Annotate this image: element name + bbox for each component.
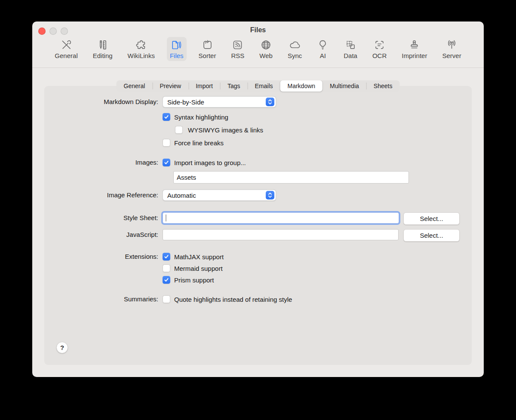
tab-general[interactable]: General — [117, 80, 153, 92]
cloud-icon — [289, 39, 301, 51]
checkbox-mermaid-support[interactable]: Mermaid support — [163, 264, 223, 273]
toolbar-item-ai[interactable]: AI — [314, 37, 332, 61]
globe-icon — [260, 39, 272, 51]
window-title: Files — [32, 26, 484, 34]
toolbar-item-label: Data — [344, 52, 357, 59]
toolbar-item-label: OCR — [372, 52, 387, 59]
toolbar-item-label: RSS — [231, 52, 244, 59]
checkbox-label: Prism support — [174, 276, 214, 284]
style-sheet-select-button[interactable]: Select... — [403, 212, 460, 225]
toolbar-item-general[interactable]: General — [52, 37, 80, 61]
popup-value: Side-by-Side — [167, 98, 204, 106]
checkbox-wysiwyg-images[interactable]: WYSIWYG images & links — [175, 126, 263, 134]
checkbox-quote-highlights[interactable]: Quote highlights instead of retaining st… — [163, 295, 292, 304]
tab-multimedia[interactable]: Multimedia — [322, 80, 366, 92]
stamp-icon — [408, 39, 420, 51]
tab-markdown[interactable]: Markdown — [280, 80, 323, 92]
toolbar-item-files[interactable]: Files — [167, 37, 187, 61]
extensions-label: Extensions: — [32, 253, 158, 261]
toolbar-item-sorter[interactable]: Sorter — [196, 37, 219, 61]
checkbox-label: WYSIWYG images & links — [188, 126, 263, 134]
toolbar-item-server[interactable]: Server — [439, 37, 464, 61]
checkbox-label: Quote highlights instead of retaining st… — [174, 295, 292, 304]
toolbar-item-sync[interactable]: Sync — [285, 37, 305, 61]
checkbox-checked-icon — [163, 276, 170, 284]
markdown-display-label: Markdown Display: — [32, 98, 158, 106]
image-reference-label: Image Reference: — [32, 191, 158, 199]
tab-tags[interactable]: Tags — [220, 80, 248, 92]
help-button[interactable]: ? — [56, 342, 68, 353]
tab-bar: General Preview Import Tags Emails Markd… — [117, 80, 400, 92]
toolbar-item-label: Sync — [288, 52, 302, 59]
style-sheet-field[interactable] — [163, 212, 399, 224]
checkbox-prism-support[interactable]: Prism support — [163, 276, 214, 284]
checkbox-checked-icon — [163, 253, 170, 261]
pen-ruler-icon — [97, 39, 108, 51]
toolbar-item-editing[interactable]: Editing — [90, 37, 116, 61]
lightbulb-icon — [317, 39, 329, 51]
toolbar-item-label: Editing — [93, 52, 113, 59]
checkbox-unchecked-icon — [163, 295, 170, 303]
style-sheet-label: Style Sheet: — [32, 214, 158, 222]
toolbar-separator — [32, 67, 484, 68]
grid-icon — [345, 39, 356, 51]
checkbox-unchecked-icon — [163, 264, 170, 272]
toolbar-item-label: Sorter — [199, 52, 216, 59]
checkbox-mathjax-support[interactable]: MathJAX support — [163, 253, 224, 261]
puzzle-icon — [135, 39, 147, 51]
checkbox-force-line-breaks[interactable]: Force line breaks — [163, 139, 224, 147]
toolbar-item-label: Imprinter — [402, 52, 427, 59]
checkbox-label: Force line breaks — [174, 139, 224, 147]
toolbar-item-web[interactable]: Web — [256, 37, 276, 61]
toolbar-item-wikilinks[interactable]: WikiLinks — [125, 37, 158, 61]
preferences-window: Files General Editing — [32, 21, 484, 377]
antenna-icon — [446, 39, 458, 51]
javascript-field[interactable] — [163, 229, 399, 240]
sorter-icon — [202, 39, 213, 51]
images-label: Images: — [32, 159, 158, 166]
javascript-select-button[interactable]: Select... — [403, 229, 460, 242]
toolbar-item-rss[interactable]: RSS — [228, 37, 247, 61]
images-group-field[interactable] — [173, 171, 409, 184]
toolbar-item-label: Server — [442, 52, 461, 59]
tab-preview[interactable]: Preview — [152, 80, 188, 92]
tab-emails[interactable]: Emails — [247, 80, 280, 92]
toolbar-item-data[interactable]: Data — [341, 37, 360, 61]
toolbar-item-label: Files — [170, 52, 184, 59]
rss-icon — [232, 39, 243, 51]
checkbox-unchecked-icon — [175, 126, 183, 134]
popup-value: Automatic — [167, 192, 196, 199]
markdown-display-popup[interactable]: Side-by-Side — [163, 96, 276, 107]
toolbar-item-label: Web — [259, 52, 273, 59]
toolbar-item-label: WikiLinks — [128, 52, 155, 59]
checkbox-import-images[interactable]: Import images to group... — [163, 159, 246, 167]
checkbox-checked-icon — [163, 113, 170, 121]
preferences-toolbar: General Editing WikiLinks — [32, 37, 484, 67]
screenshot-stage: Files General Editing — [0, 0, 516, 420]
toolbar-item-label: General — [55, 52, 77, 59]
scan-icon — [374, 39, 385, 51]
tab-import[interactable]: Import — [188, 80, 220, 92]
checkbox-label: Syntax highlighting — [174, 113, 228, 121]
checkbox-unchecked-icon — [163, 139, 170, 147]
chevron-up-down-icon — [266, 191, 274, 199]
text-caret — [166, 215, 166, 221]
checkbox-label: Import images to group... — [174, 159, 246, 167]
javascript-label: JavaScript: — [32, 231, 158, 239]
checkbox-syntax-highlighting[interactable]: Syntax highlighting — [163, 113, 228, 121]
toolbar-item-imprinter[interactable]: Imprinter — [399, 37, 430, 61]
summaries-label: Summaries: — [32, 295, 158, 303]
toolbar-item-label: AI — [320, 52, 326, 59]
checkbox-checked-icon — [163, 159, 170, 166]
tools-icon — [61, 39, 72, 51]
chevron-up-down-icon — [266, 98, 274, 106]
checkbox-label: Mermaid support — [174, 264, 223, 273]
documents-icon — [171, 39, 182, 51]
toolbar-item-ocr[interactable]: OCR — [369, 37, 390, 61]
checkbox-label: MathJAX support — [174, 253, 224, 261]
tab-sheets[interactable]: Sheets — [366, 80, 400, 92]
image-reference-popup[interactable]: Automatic — [163, 190, 276, 201]
